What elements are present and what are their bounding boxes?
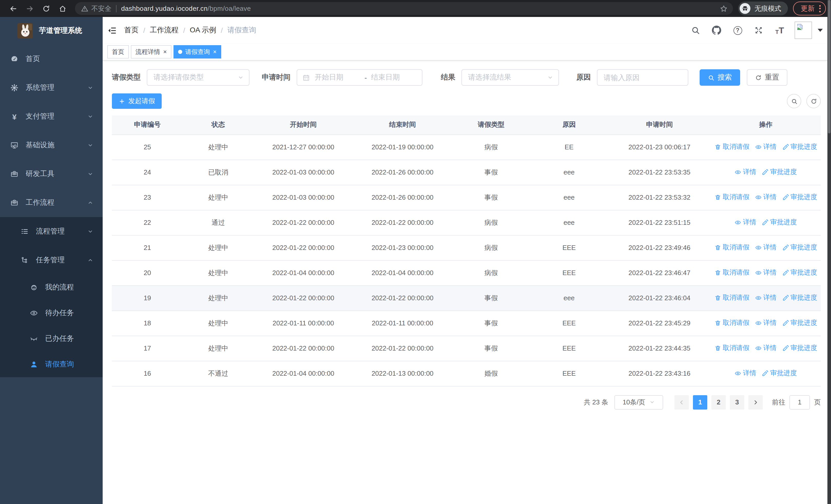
cell-reason: eee xyxy=(530,210,608,235)
leave-type-select[interactable]: 请选择请假类型 xyxy=(147,69,250,86)
cancel-action-link[interactable]: 取消请假 xyxy=(715,243,749,252)
table-row[interactable]: 21处理中2022-01-22 00:00:002022-01-23 00:00… xyxy=(112,235,821,260)
page-buttons: 123 xyxy=(691,395,746,409)
progress-action-link[interactable]: 审批进度 xyxy=(782,193,817,202)
cell-leave-type: 事假 xyxy=(452,310,530,336)
next-page-button[interactable] xyxy=(748,395,763,409)
table-row[interactable]: 25处理中2021-12-27 00:00:002022-01-19 00:00… xyxy=(112,135,821,159)
page-button-1[interactable]: 1 xyxy=(693,395,707,409)
reason-input[interactable] xyxy=(604,73,682,82)
refresh-table-button[interactable] xyxy=(806,94,821,108)
cancel-action-link[interactable]: 取消请假 xyxy=(715,344,749,353)
tab-leave-query[interactable]: 请假查询× xyxy=(173,45,221,59)
apply-time-range-picker[interactable]: 开始日期 - 结束日期 xyxy=(297,69,423,86)
reload-icon[interactable] xyxy=(42,4,50,12)
breadcrumb-item[interactable]: 首页 xyxy=(124,26,139,35)
detail-action-link[interactable]: 详情 xyxy=(735,369,756,378)
address-bar[interactable]: 不安全 dashboard.yudao.iocoder.cn/bpm/oa/le… xyxy=(75,2,733,15)
table-row[interactable]: 19处理中2022-01-22 00:00:002022-01-22 00:00… xyxy=(112,285,821,310)
back-icon[interactable] xyxy=(9,4,18,12)
table-row[interactable]: 24已取消2022-01-03 00:00:002022-01-26 00:00… xyxy=(112,159,821,185)
sidebar-item-home[interactable]: 首页 xyxy=(0,45,103,73)
header-actions: ?TT xyxy=(679,22,824,39)
sidebar-item-workflow[interactable]: 工作流程 xyxy=(0,188,103,217)
goto-page-input[interactable] xyxy=(790,395,810,409)
table-row[interactable]: 18处理中2022-01-11 00:00:002022-01-11 00:00… xyxy=(112,310,821,336)
progress-action-link[interactable]: 审批进度 xyxy=(762,369,797,378)
sidebar-item-system[interactable]: 系统管理 xyxy=(0,73,103,102)
home-icon[interactable] xyxy=(58,4,67,12)
close-icon[interactable]: × xyxy=(163,49,167,55)
table-row[interactable]: 23处理中2022-01-03 00:00:002022-01-26 00:00… xyxy=(112,185,821,210)
user-avatar[interactable] xyxy=(795,22,812,39)
sidebar-collapse-icon[interactable] xyxy=(107,25,117,35)
bookmark-star-icon[interactable] xyxy=(720,4,728,12)
progress-action-link[interactable]: 审批进度 xyxy=(782,293,817,302)
progress-action-link[interactable]: 审批进度 xyxy=(762,168,797,177)
cell-reason: EEE xyxy=(530,310,608,336)
sidebar-item-my-process[interactable]: 我的流程 xyxy=(0,274,103,300)
detail-action-link[interactable]: 详情 xyxy=(755,268,777,277)
progress-action-link[interactable]: 审批进度 xyxy=(782,142,817,152)
result-select[interactable]: 请选择流结果 xyxy=(461,69,559,86)
sidebar-item-payment[interactable]: ¥支付管理 xyxy=(0,102,103,131)
search-button[interactable]: 搜索 xyxy=(699,69,740,86)
create-leave-button[interactable]: 发起请假 xyxy=(112,93,162,109)
page-button-2[interactable]: 2 xyxy=(711,395,726,409)
browser-menu-icon[interactable] xyxy=(819,5,821,12)
table-row[interactable]: 22通过2022-01-22 00:00:002022-01-22 00:00:… xyxy=(112,210,821,235)
app-logo[interactable]: 芋道管理系统 xyxy=(0,17,103,45)
fullscreen-icon[interactable] xyxy=(754,26,763,35)
detail-action-link[interactable]: 详情 xyxy=(755,344,777,353)
reset-button[interactable]: 重置 xyxy=(747,69,787,86)
sidebar-item-infrastructure[interactable]: 基础设施 xyxy=(0,131,103,159)
detail-action-link[interactable]: 详情 xyxy=(755,243,777,252)
table-row[interactable]: 16不通过2022-01-04 00:00:002022-01-13 00:00… xyxy=(112,361,821,386)
detail-action-link[interactable]: 详情 xyxy=(755,193,777,202)
browser-update-button[interactable]: 更新 xyxy=(793,2,826,16)
cancel-action-link[interactable]: 取消请假 xyxy=(715,293,749,302)
breadcrumb-item[interactable]: OA 示例 xyxy=(190,26,216,35)
avatar-dropdown-icon[interactable] xyxy=(818,29,823,32)
breadcrumb-item[interactable]: 工作流程 xyxy=(150,26,179,35)
prev-page-button[interactable] xyxy=(675,395,689,409)
sidebar-item-leave-query[interactable]: 请假查询 xyxy=(0,352,103,377)
sidebar-item-dev-tools[interactable]: 研发工具 xyxy=(0,159,103,188)
security-chip[interactable]: 不安全 xyxy=(81,4,111,13)
help-icon[interactable]: ? xyxy=(733,26,742,35)
progress-action-link[interactable]: 审批进度 xyxy=(782,243,817,252)
cancel-action-link[interactable]: 取消请假 xyxy=(715,268,749,277)
sidebar-item-done-tasks[interactable]: 已办任务 xyxy=(0,326,103,352)
breadcrumb-item[interactable]: 请假查询 xyxy=(227,26,256,35)
font-size-icon[interactable]: TT xyxy=(775,26,784,35)
close-icon[interactable]: × xyxy=(213,49,217,55)
progress-action-link[interactable]: 审批进度 xyxy=(782,344,817,353)
table-row[interactable]: 20处理中2022-01-04 00:00:002022-01-04 00:00… xyxy=(112,260,821,285)
detail-action-link[interactable]: 详情 xyxy=(755,293,777,302)
forward-icon[interactable] xyxy=(26,4,34,12)
page-size-select[interactable]: 10条/页 xyxy=(614,395,663,409)
warning-icon xyxy=(81,5,88,12)
progress-action-link[interactable]: 审批进度 xyxy=(782,268,817,277)
detail-action-link[interactable]: 详情 xyxy=(735,168,756,177)
detail-action-link[interactable]: 详情 xyxy=(755,142,777,152)
page-button-3[interactable]: 3 xyxy=(730,395,744,409)
cancel-action-link[interactable]: 取消请假 xyxy=(715,142,749,152)
window-scrollbar[interactable] xyxy=(827,0,831,504)
toggle-search-button[interactable] xyxy=(787,94,801,108)
sidebar-item-todo-tasks[interactable]: 待办任务 xyxy=(0,300,103,326)
detail-action-link[interactable]: 详情 xyxy=(735,218,756,227)
sidebar-item-task-mgmt[interactable]: 任务管理 xyxy=(0,246,103,274)
tab-home[interactable]: 首页 xyxy=(107,45,129,59)
detail-action-link[interactable]: 详情 xyxy=(755,319,777,328)
progress-action-link[interactable]: 审批进度 xyxy=(782,319,817,328)
github-icon[interactable] xyxy=(712,26,721,35)
cancel-action-link[interactable]: 取消请假 xyxy=(715,319,749,328)
tab-process-detail[interactable]: 流程详情× xyxy=(131,45,171,59)
search-icon[interactable] xyxy=(691,26,700,35)
cancel-action-link[interactable]: 取消请假 xyxy=(715,193,749,202)
table-row[interactable]: 17处理中2022-01-22 00:00:002022-01-22 00:00… xyxy=(112,336,821,361)
progress-action-link[interactable]: 审批进度 xyxy=(762,218,797,227)
cell-reason: EEE xyxy=(530,260,608,285)
sidebar-item-process-mgmt[interactable]: 流程管理 xyxy=(0,217,103,246)
